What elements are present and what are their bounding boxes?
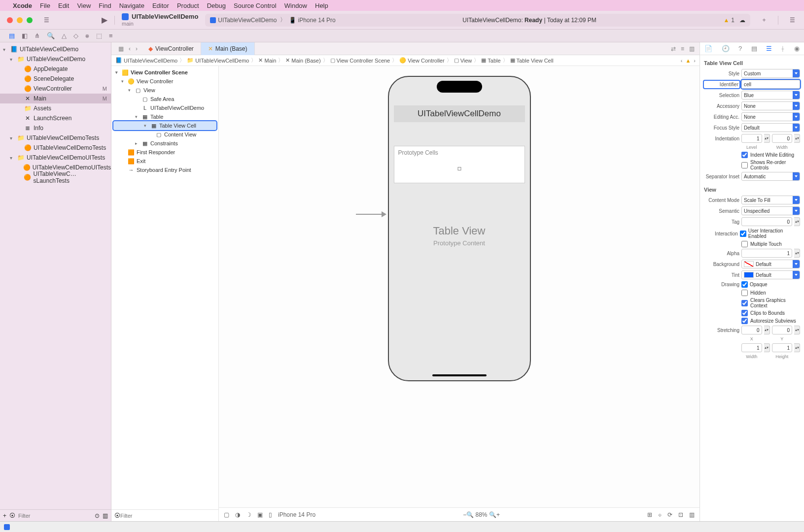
navigator-item[interactable]: 🟠UITableViewC…sLaunchTests [0, 172, 111, 182]
breakpoint-navigator-icon[interactable]: ⬚ [96, 32, 102, 39]
connections-inspector-icon[interactable]: ◉ [794, 45, 800, 52]
clips-to-bounds-checkbox[interactable] [741, 310, 748, 316]
app-icon[interactable] [4, 524, 10, 530]
orientation-icon[interactable]: ◑ [235, 511, 240, 518]
cloud-icon[interactable]: ☁︎ [739, 17, 745, 24]
navigator-item[interactable]: ✕MainM [0, 94, 111, 103]
debug-menu[interactable]: Debug [207, 2, 226, 9]
navigator-item[interactable]: ≣Info [0, 123, 111, 133]
outline-item[interactable]: ▾▢View [111, 86, 218, 95]
back-icon[interactable]: ‹ [129, 45, 131, 52]
stretch-x-input[interactable]: 0 [741, 326, 762, 334]
appearance-icon[interactable]: ☽ [246, 511, 251, 518]
navigator-item[interactable]: ▾📘UITableViewCellDemo [0, 44, 111, 54]
minimap-toggle-icon[interactable]: ⇄ [671, 45, 676, 52]
issues-indicator[interactable]: ▲1 [723, 17, 734, 24]
help-menu[interactable]: Help [315, 2, 328, 9]
find-menu[interactable]: Find [99, 2, 111, 9]
outline-item[interactable]: ▢Safe Area [111, 95, 218, 103]
outline-filter-input[interactable] [120, 513, 215, 519]
prev-issue-icon[interactable]: ‹ [681, 58, 683, 64]
edit-menu[interactable]: Edit [58, 2, 69, 9]
identity-inspector-icon[interactable]: ▤ [751, 45, 757, 52]
tag-input[interactable]: 0 [741, 217, 792, 226]
test-navigator-icon[interactable]: ◇ [73, 32, 78, 39]
stretch-h-input[interactable]: 1 [772, 343, 793, 352]
add-editor-icon[interactable]: ▥ [689, 45, 695, 52]
run-button[interactable]: ▶ [98, 14, 111, 26]
hidden-checkbox[interactable] [741, 290, 748, 296]
find-navigator-icon[interactable]: 🔍 [47, 32, 55, 39]
embed-icon[interactable]: ⊡ [678, 511, 683, 518]
jump-bar[interactable]: 📘UITableViewCellDemo〉 📁UITableViewCellDe… [111, 55, 699, 66]
stepper[interactable]: ▴▾ [794, 249, 800, 258]
opaque-checkbox[interactable] [741, 281, 748, 288]
pin-icon[interactable]: ⟐ [658, 511, 662, 518]
editing-accessory-select[interactable]: None [741, 112, 800, 121]
stepper[interactable]: ▴▾ [764, 134, 770, 143]
tint-color-select[interactable]: Default [741, 270, 800, 279]
window-menu[interactable]: Window [284, 2, 307, 9]
attributes-inspector-icon[interactable]: ☰ [766, 45, 772, 52]
navigator-item[interactable]: 📁Assets [0, 103, 111, 113]
semantic-select[interactable]: Unspecified [741, 206, 800, 215]
navigator-item[interactable]: ▾📁UITableViewCellDemoTests [0, 133, 111, 143]
constraints-icon[interactable]: ▣ [257, 511, 263, 518]
symbol-navigator-icon[interactable]: ⋔ [35, 32, 40, 39]
interface-builder-canvas[interactable]: UITabelViewCellDemo Prototype Cells Tabl… [219, 66, 699, 507]
outline-item[interactable]: ▾▦Table View Cell [113, 121, 216, 130]
file-menu[interactable]: File [40, 2, 50, 9]
navigator-filter-input[interactable] [18, 513, 92, 519]
device-icon[interactable]: ▯ [269, 511, 272, 518]
report-navigator-icon[interactable]: ≡ [109, 32, 113, 39]
debug-navigator-icon[interactable]: ⎈ [85, 32, 89, 39]
warning-icon[interactable]: ▲ [685, 58, 691, 64]
navigator-item[interactable]: 🟠UITableViewCellDemoTests [0, 143, 111, 153]
tab-main-storyboard[interactable]: ✕Main (Base) [201, 42, 255, 55]
outline-item[interactable]: ▾🟡View Controller [111, 77, 218, 86]
indent-level-input[interactable]: 1 [741, 134, 762, 143]
history-inspector-icon[interactable]: 🕘 [722, 45, 730, 52]
content-mode-select[interactable]: Scale To Fill [741, 196, 800, 204]
stretch-y-input[interactable]: 0 [772, 326, 793, 334]
recent-icon[interactable]: ⊙ [95, 512, 100, 519]
editor-options-icon[interactable]: ≡ [681, 45, 684, 52]
device-popup[interactable]: iPhone 14 Pro [278, 511, 315, 518]
minimize-window-button[interactable] [17, 17, 23, 23]
app-menu[interactable]: Xcode [13, 2, 32, 9]
zoom-in-icon[interactable]: 🔍+ [489, 511, 500, 518]
outline-item[interactable]: ▢Content View [111, 130, 218, 139]
style-select[interactable]: Custom [741, 69, 800, 78]
run-destination[interactable]: UITableViewCellDemo 〉 📱iPhone 14 Pro [210, 16, 335, 24]
file-inspector-icon[interactable]: 📄 [704, 45, 712, 52]
outline-item[interactable]: LUITabelViewCellDemo [111, 103, 218, 112]
alpha-input[interactable]: 1 [741, 249, 792, 258]
outline-item[interactable]: 🟧Exit [111, 157, 218, 166]
align-icon[interactable]: ⊞ [647, 511, 652, 518]
stretch-w-input[interactable]: 1 [741, 343, 762, 352]
source-control-menu[interactable]: Source Control [234, 2, 277, 9]
focus-style-select[interactable]: Default [741, 123, 800, 132]
stepper[interactable]: ▴▾ [794, 217, 800, 226]
clears-graphics-checkbox[interactable] [741, 300, 748, 306]
source-control-navigator-icon[interactable]: ◧ [22, 32, 28, 39]
identifier-input[interactable]: cell [741, 80, 800, 89]
issue-navigator-icon[interactable]: △ [62, 32, 67, 39]
outline-item[interactable]: ▾▦Table [111, 112, 218, 121]
product-menu[interactable]: Product [177, 2, 199, 9]
outline-item[interactable]: →Storyboard Entry Point [111, 166, 218, 174]
navigator-item[interactable]: 🟠SceneDelegate [0, 74, 111, 84]
next-issue-icon[interactable]: › [694, 58, 696, 64]
autoresize-subviews-checkbox[interactable] [741, 318, 748, 324]
reorder-controls-checkbox[interactable] [741, 162, 748, 168]
indent-width-input[interactable]: 0 [772, 134, 793, 143]
related-items-icon[interactable]: ▦ [118, 45, 124, 52]
background-color-select[interactable]: Default [741, 260, 800, 268]
toggle-inspector-button[interactable]: ☰ [785, 14, 799, 26]
user-interaction-checkbox[interactable] [740, 231, 746, 237]
size-inspector-icon[interactable]: ⟊ [781, 45, 785, 52]
zoom-level[interactable]: 88% [476, 511, 488, 518]
resolve-icon[interactable]: ⟳ [667, 511, 672, 518]
outline-item[interactable]: 🟧First Responder [111, 148, 218, 157]
view-menu[interactable]: View [77, 2, 91, 9]
